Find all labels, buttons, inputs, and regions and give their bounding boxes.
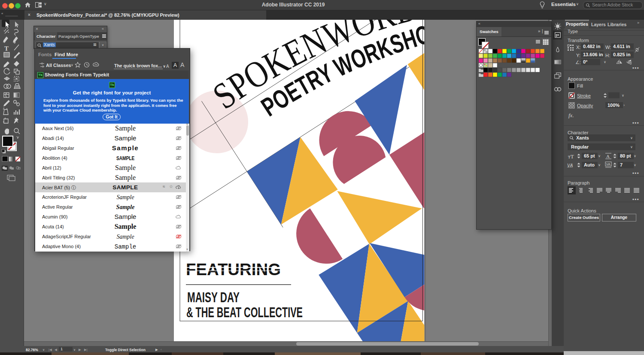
svg-text:MAISY DAY: MAISY DAY [187,289,240,305]
svg-text:T: T [4,45,9,52]
svg-text:V̲A̲: V̲A̲ [567,163,573,168]
svg-text:FEATURING: FEATURING [186,261,281,279]
svg-text:A: A [606,154,610,159]
svg-text:& THE BEAT COLLECTIVE: & THE BEAT COLLECTIVE [186,304,303,320]
svg-text:VA: VA [606,162,611,166]
